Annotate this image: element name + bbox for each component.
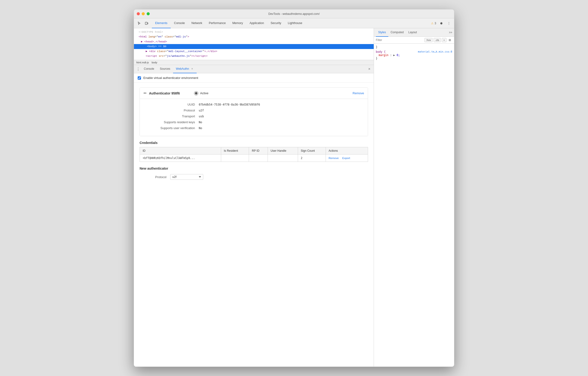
remove-authenticator-link[interactable]: Remove [353, 91, 364, 95]
tab-application[interactable]: Application [246, 18, 267, 28]
cred-sign-count: 2 [298, 155, 326, 162]
tab-elements[interactable]: Elements [152, 18, 171, 28]
tab-lighthouse[interactable]: Lighthouse [285, 18, 306, 28]
user-verification-value: No [199, 126, 202, 130]
styles-filter-input[interactable] [376, 38, 422, 42]
warning-count: 3 [435, 22, 436, 25]
export-credential-link[interactable]: Export [342, 157, 350, 159]
tab-network[interactable]: Network [188, 18, 206, 28]
credentials-table: ID Is Resident RP ID User Handle Sign Co… [139, 147, 368, 162]
dom-head[interactable]: ▶ <head>…</head> [134, 39, 374, 44]
col-user-handle: User Handle [267, 147, 298, 155]
close-bottom-panel-icon[interactable]: × [366, 65, 372, 73]
topbar-right: ⚠ 3 ⋮ [431, 20, 452, 27]
dots-icon: ⋮ [447, 21, 450, 25]
user-verification-label: Supports user verification [145, 126, 199, 130]
cls-button[interactable]: .cls [434, 38, 441, 42]
auth-active-section: Active [194, 91, 208, 95]
col-is-resident: Is Resident [221, 147, 249, 155]
svg-rect-0 [145, 22, 147, 24]
enable-checkbox[interactable] [138, 76, 141, 80]
enable-label: Enable virtual authenticator environment [143, 76, 198, 80]
active-label: Active [200, 91, 208, 95]
credential-row: +bfTQHHRzKOfhilMnvlvClkWTm5p9... 2 Remov… [140, 155, 368, 162]
styles-filter-buttons: :hov .cls + ⊞ [424, 38, 452, 42]
minimize-button[interactable] [142, 12, 145, 15]
tab-computed[interactable]: Computed [388, 28, 406, 37]
active-radio[interactable] [194, 91, 198, 95]
uuid-label: UUID [145, 103, 199, 106]
dom-html[interactable]: <html lang="en" class="mdl-js"> [134, 34, 374, 39]
tab-console[interactable]: Console [171, 18, 188, 28]
webauthn-panel: Enable virtual authenticator environment… [134, 73, 374, 366]
svg-rect-1 [147, 23, 148, 24]
css-source[interactable]: material.te…k.min.css:8 [418, 50, 452, 53]
tab-webauthn-bottom[interactable]: WebAuthn × [173, 65, 197, 73]
styles-more-tabs[interactable]: >> [449, 31, 452, 34]
cred-user-handle [267, 155, 298, 162]
resident-keys-label: Supports resident keys [145, 120, 199, 124]
col-rp-id: RP ID [249, 147, 267, 155]
breadcrumb-body[interactable]: body [152, 61, 157, 64]
dom-script[interactable]: <script src="js/webauthn.js"></script> [134, 54, 374, 58]
left-panel: <!DOCTYPE html> <html lang="en" class="m… [134, 28, 374, 366]
protocol-value: u2f [199, 109, 204, 112]
main-layout: <!DOCTYPE html> <html lang="en" class="m… [134, 28, 454, 366]
css-margin-prop: margin : ▶ 0; [376, 53, 452, 57]
hov-button[interactable]: :hov [424, 38, 433, 42]
new-authenticator-section: New authenticator Protocol u2f ctap2 cta… [139, 167, 368, 180]
window-title: DevTools - webauthndemo.appspot.com/ [268, 12, 320, 16]
col-id: ID [140, 147, 221, 155]
cred-rp-id [249, 155, 267, 162]
new-style-rule-icon[interactable]: ⊞ [448, 38, 452, 42]
main-tabs: Elements Console Network Performance Mem… [152, 18, 431, 28]
detail-protocol: Protocol u2f [145, 109, 363, 112]
col-sign-count: Sign Count [298, 147, 326, 155]
device-icon[interactable] [143, 20, 150, 27]
warning-badge[interactable]: ⚠ 3 [431, 22, 436, 25]
warning-icon: ⚠ [431, 22, 434, 25]
cred-is-resident [221, 155, 249, 162]
maximize-button[interactable] [147, 12, 150, 15]
settings-icon[interactable] [438, 20, 444, 27]
tab-layout[interactable]: Layout [406, 28, 419, 37]
css-rule-body: body { material.te…k.min.css:8 margin : … [376, 50, 452, 60]
bottom-tabs-bar: ⋮ Console Sources WebAuthn × × [134, 65, 374, 73]
more-options-icon[interactable]: ⋮ [446, 20, 452, 27]
col-actions: Actions [326, 147, 368, 155]
add-style-button[interactable]: + [442, 38, 447, 42]
webauthn-tab-label: WebAuthn [176, 67, 189, 71]
devtools-icon-buttons [136, 20, 150, 27]
new-auth-title: New authenticator [139, 167, 368, 170]
window-controls [137, 12, 150, 15]
auth-header: ✏ Authenticator 958f6 Active Remove [140, 88, 368, 99]
tab-console-bottom[interactable]: Console [141, 65, 157, 73]
styles-filter-bar: :hov .cls + ⊞ [374, 37, 454, 44]
styles-content: } body { material.te…k.min.css:8 margin … [374, 44, 454, 366]
remove-credential-link[interactable]: Remove [329, 157, 339, 159]
more-tabs-icon[interactable]: ⋮ [135, 67, 141, 71]
tab-memory[interactable]: Memory [229, 18, 246, 28]
dom-div[interactable]: ▶ <div class="mdl-layout__container">…</… [134, 49, 374, 54]
cursor-icon[interactable] [136, 20, 142, 27]
cred-actions: Remove Export [326, 155, 368, 162]
css-expand-arrow[interactable]: ▶ [393, 53, 396, 57]
new-auth-protocol-label: Protocol [139, 175, 170, 179]
tab-styles[interactable]: Styles [376, 28, 388, 37]
detail-user-verification: Supports user verification No [145, 126, 363, 130]
close-webauthn-tab-button[interactable]: × [191, 67, 194, 71]
breadcrumb-html[interactable]: html.mdl-js [136, 61, 149, 64]
right-panel: Styles Computed Layout >> :hov .cls + ⊞ … [374, 28, 454, 366]
tab-sources-bottom[interactable]: Sources [157, 65, 173, 73]
protocol-select[interactable]: u2f ctap2 ctap2_1 [170, 174, 203, 180]
close-button[interactable] [137, 12, 140, 15]
dom-doctype: <!DOCTYPE html> [134, 30, 374, 34]
css-selector: body { [376, 50, 386, 53]
tab-security[interactable]: Security [267, 18, 285, 28]
auth-name: Authenticator 958f6 [149, 91, 180, 95]
edit-icon[interactable]: ✏ [144, 91, 147, 95]
devtools-window: DevTools - webauthndemo.appspot.com/ Ele… [134, 9, 454, 367]
tab-performance[interactable]: Performance [206, 18, 229, 28]
dom-body[interactable]: … · <body> == $0 [134, 44, 374, 49]
resident-keys-value: No [199, 121, 202, 124]
